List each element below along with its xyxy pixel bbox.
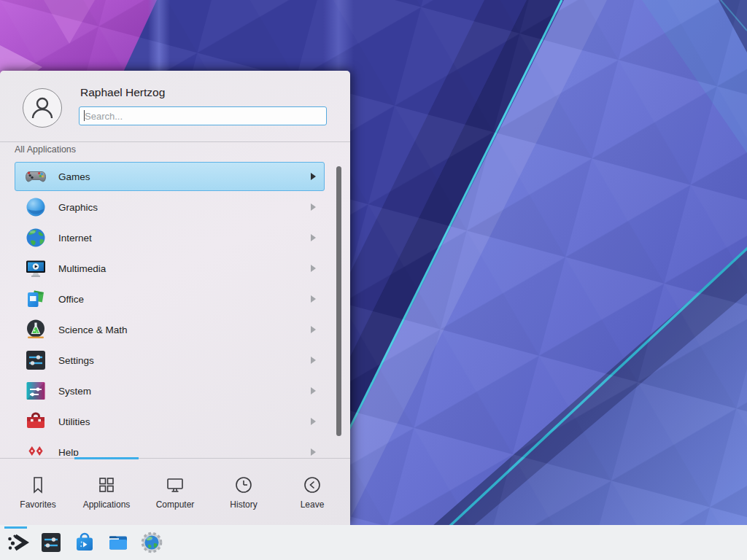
office-documents-icon: [24, 287, 47, 311]
tab-label: Leave: [301, 499, 325, 510]
science-flask-icon: [24, 318, 47, 341]
submenu-arrow-icon: [311, 448, 316, 456]
tab-computer[interactable]: Computer: [141, 459, 209, 525]
application-launcher-panel: Raphael Hertzog All Applications: [0, 71, 350, 525]
submenu-arrow-icon: [311, 326, 316, 333]
active-tab-underline: [74, 457, 139, 459]
tab-label: Computer: [156, 499, 195, 510]
category-games[interactable]: Games: [15, 162, 325, 191]
system-settings-icon[interactable]: [39, 531, 63, 554]
submenu-arrow-icon: [311, 387, 316, 394]
category-label: Settings: [58, 355, 94, 366]
system-tuner-icon: [24, 379, 47, 402]
submenu-arrow-icon: [311, 265, 316, 272]
category-label: Graphics: [58, 202, 98, 213]
category-label: Games: [58, 171, 90, 182]
category-science-math[interactable]: Science & Math: [15, 315, 325, 344]
utilities-toolbox-icon: [24, 410, 47, 433]
category-internet[interactable]: Internet: [15, 223, 325, 252]
category-utilities[interactable]: Utilities: [15, 407, 325, 436]
list-scrollbar[interactable]: [336, 166, 341, 436]
tab-label: History: [230, 499, 257, 510]
category-label: Utilities: [58, 416, 90, 427]
category-label: Science & Math: [58, 324, 128, 335]
category-label: Multimedia: [58, 263, 106, 274]
monitor-icon: [165, 475, 185, 495]
desktop: Raphael Hertzog All Applications: [0, 0, 747, 560]
multimedia-monitor-icon: [24, 257, 47, 280]
category-graphics[interactable]: Graphics: [15, 192, 325, 222]
user-avatar: [23, 88, 62, 128]
category-settings[interactable]: Settings: [15, 346, 325, 375]
help-icon: [24, 440, 47, 456]
category-label: System: [58, 386, 91, 397]
submenu-arrow-icon: [311, 295, 316, 303]
tab-applications[interactable]: Applications: [72, 459, 141, 525]
submenu-arrow-icon: [311, 357, 316, 364]
discover-icon[interactable]: [73, 531, 96, 554]
graphics-sphere-icon: [24, 195, 47, 219]
launcher-header: Raphael Hertzog: [0, 71, 350, 142]
tab-history[interactable]: History: [209, 459, 278, 525]
submenu-arrow-icon: [311, 234, 316, 241]
globe-icon: [24, 226, 47, 249]
konqueror-browser-icon[interactable]: [140, 531, 163, 554]
kde-launcher-icon[interactable]: [5, 530, 30, 555]
tab-leave[interactable]: Leave: [278, 459, 347, 525]
submenu-arrow-icon: [311, 418, 316, 425]
person-icon: [31, 96, 54, 120]
search-input[interactable]: [79, 106, 327, 125]
tab-favorites[interactable]: Favorites: [4, 459, 72, 525]
submenu-arrow-icon: [311, 203, 316, 211]
category-list: Games Graphics: [0, 158, 350, 456]
taskbar: ES 7:03 PM 4/24/21: [0, 525, 747, 560]
dolphin-file-manager-icon[interactable]: [107, 531, 130, 554]
tab-label: Favorites: [20, 499, 55, 510]
category-label: Help: [58, 447, 79, 456]
bookmark-icon: [28, 475, 48, 495]
category-multimedia[interactable]: Multimedia: [15, 254, 325, 283]
tab-label: Applications: [83, 499, 131, 510]
launcher-footer-tabs: Favorites Applications: [0, 458, 350, 525]
category-office[interactable]: Office: [15, 284, 325, 314]
launcher-active-indicator: [4, 526, 27, 529]
submenu-arrow-icon: [311, 173, 316, 180]
clock-icon: [233, 475, 254, 495]
user-name: Raphael Hertzog: [80, 86, 165, 99]
grid-icon: [96, 475, 117, 495]
category-label: Internet: [58, 233, 92, 244]
settings-sliders-icon: [24, 349, 47, 372]
text-cursor: [84, 110, 85, 121]
section-label: All Applications: [15, 144, 76, 155]
category-help[interactable]: Help: [15, 438, 325, 456]
category-system[interactable]: System: [15, 376, 325, 405]
category-label: Office: [58, 294, 84, 305]
gamepad-icon: [24, 165, 47, 188]
leave-circle-icon: [302, 475, 322, 495]
